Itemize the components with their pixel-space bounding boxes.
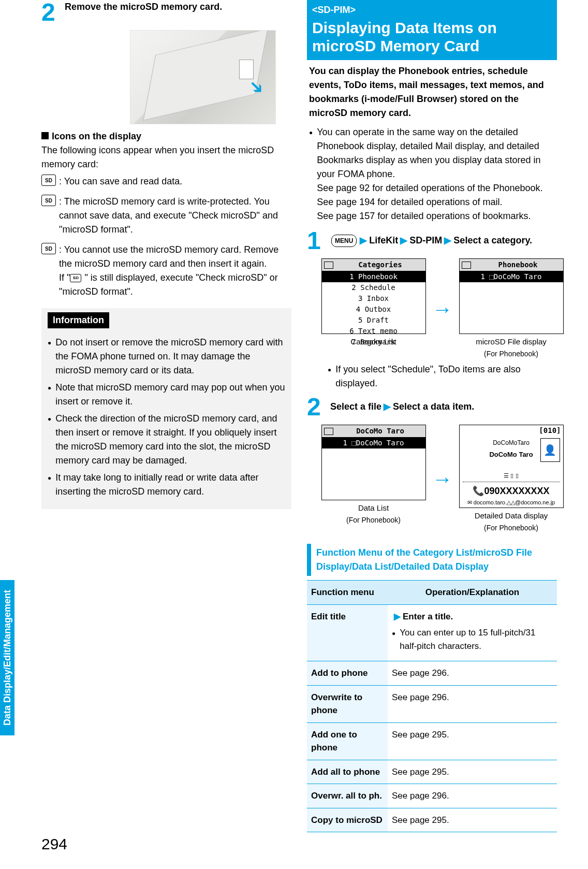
caption-pb-file: microSD File display [476, 337, 547, 346]
sd-lock-icon: SD [41, 195, 56, 206]
step2-title-a: Select a file [330, 401, 381, 412]
icon3-text-b: If "SD" is still displayed, execute "Che… [59, 272, 278, 297]
th-function-menu: Function menu [307, 581, 388, 605]
caption-data-list-sub: (For Phonebook) [346, 516, 401, 524]
mail-icon: ✉ [467, 499, 472, 505]
caption-category-list: Category List [321, 336, 426, 348]
info-item-1: Do not insert or remove the microSD memo… [55, 336, 285, 378]
see-page-92: See page 92 for detailed operations of t… [317, 183, 542, 193]
row5-text: See page 295. [388, 760, 557, 784]
row-overwr-all-to-ph: Overwr. all to ph. [307, 784, 388, 808]
triangle-icon: ▶ [400, 235, 407, 245]
triangle-icon: ▶ [384, 401, 391, 412]
row-add-one-to-phone: Add one to phone [307, 722, 388, 760]
icon3-text-a: : You cannot use the microSD memory card… [59, 244, 278, 269]
detail-mail: docomo.taro.△△@docomo.ne.jp [474, 499, 555, 505]
function-menu-heading: Function Menu of the Category List/micro… [307, 544, 557, 576]
icons-subhead: Icons on the display [52, 131, 141, 141]
icons-intro: The following icons appear when you inse… [41, 143, 291, 171]
detail-phone: 090XXXXXXXX [484, 486, 549, 496]
caption-pb-file-sub: (For Phonebook) [484, 350, 538, 358]
row6-text: See page 296. [388, 784, 557, 808]
dl-item-1: 1 ⬚DoCoMo Taro [343, 439, 404, 447]
sd-error-icon: SD [41, 243, 56, 254]
triangle-icon: ▶ [360, 235, 367, 245]
row-edit-title: Edit title [307, 604, 388, 661]
section-header: <SD-PIM> Displaying Data Items on microS… [307, 0, 557, 60]
pb-item-1: 1 ⬚DoCoMo Taro [480, 272, 541, 281]
titlebar-icon [324, 428, 333, 435]
info-item-4: It may take long to initially read or wr… [55, 471, 285, 499]
bullet-detail-1: You can operate in the same way on the d… [317, 127, 540, 179]
triangle-icon: ▶ [444, 235, 451, 245]
sd-slot-icon [239, 60, 254, 79]
cat-item-6: 6 Text memo [349, 327, 398, 335]
arrow-right-icon: → [432, 294, 453, 325]
triangle-icon: ▶ [394, 612, 401, 621]
step-title-remove-sd: Remove the microSD memory card. [65, 0, 222, 14]
th-operation: Operation/Explanation [388, 581, 557, 605]
row-overwrite-to-phone: Overwrite to phone [307, 685, 388, 722]
category-list-screen: Categories 1 Phonebook 2 Schedule 3 Inbo… [321, 258, 426, 334]
section-tag: <SD-PIM> [312, 3, 552, 17]
page-number: 294 [41, 832, 67, 856]
information-title: Information [48, 312, 109, 328]
step-number-1: 1 [307, 228, 328, 253]
data-list-screen: DoCoMo Taro 1 ⬚DoCoMo Taro [321, 425, 426, 500]
icon1-text: : You can save and read data. [59, 175, 291, 189]
row2-text: See page 296. [388, 661, 557, 686]
row-copy-to-microsd: Copy to microSD [307, 808, 388, 832]
phone-icon: 📞 [473, 486, 484, 496]
cat-item-3: 3 Inbox [358, 294, 389, 302]
cat-item-2: 2 Schedule [351, 283, 395, 292]
nav-lifekit: LifeKit [369, 235, 398, 245]
section-title: Displaying Data Items on microSD Memory … [312, 19, 552, 55]
intro-text: You can display the Phonebook entries, s… [309, 64, 555, 120]
info-item-2: Note that microSD memory card may pop ou… [55, 381, 285, 409]
row-add-all-to-phone: Add all to phone [307, 760, 388, 784]
function-menu-table: Function menu Operation/Explanation Edit… [307, 580, 557, 832]
avatar-icon: 👤 [540, 438, 560, 462]
information-block: Information Do not insert or remove the … [41, 308, 291, 509]
titlebar-icon [462, 262, 471, 269]
row4-text: See page 295. [388, 722, 557, 760]
caption-detail-sub: (For Phonebook) [484, 524, 538, 532]
row3-text: See page 296. [388, 685, 557, 722]
cat-item-4: 4 Outbox [356, 305, 391, 313]
note-schedule: If you select "Schedule", ToDo items are… [335, 363, 557, 390]
see-page-194: See page 194 for detailed operations of … [317, 197, 502, 207]
phonebook-file-screen: Phonebook 1 ⬚DoCoMo Taro [459, 258, 564, 334]
arrow-right-icon: → [432, 464, 453, 495]
info-item-3: Check the direction of the microSD memor… [55, 412, 285, 468]
step-number-2-left: 2 [41, 0, 62, 25]
caption-data-list: Data List [358, 503, 389, 512]
icon2-text: : The microSD memory card is write-prote… [59, 195, 291, 237]
row1-op: Enter a title. [403, 612, 453, 621]
nav-sdpim: SD-PIM [409, 235, 442, 245]
titlebar-icon [324, 262, 333, 269]
step2-title-b: Select a data item. [393, 401, 474, 412]
menu-button-icon: MENU [331, 235, 357, 247]
nav-select-category: Select a category. [453, 235, 532, 245]
device-illustration: ➔ [130, 30, 276, 124]
detailed-data-screen: [010] 👤 DoCoMoTaro DoCoMo Taro ☰ ▯ ▯ 📞09… [459, 425, 564, 508]
see-page-157: See page 157 for detailed operations of … [317, 211, 531, 221]
cat-item-5: 5 Draft [358, 316, 389, 324]
square-bullet-icon [41, 132, 49, 139]
row7-text: See page 295. [388, 808, 557, 832]
step-number-2-right: 2 [307, 395, 328, 419]
row1-note: You can enter up to 15 full-pitch/31 hal… [400, 626, 553, 653]
caption-detail: Detailed Data display [475, 511, 548, 520]
cat-item-1: 1 Phonebook [349, 272, 398, 281]
row-add-to-phone: Add to phone [307, 661, 388, 686]
detail-count: [010] [539, 425, 561, 436]
section-tab: Data Display/Edit/Management [0, 580, 14, 735]
sd-icon: SD [41, 175, 56, 186]
